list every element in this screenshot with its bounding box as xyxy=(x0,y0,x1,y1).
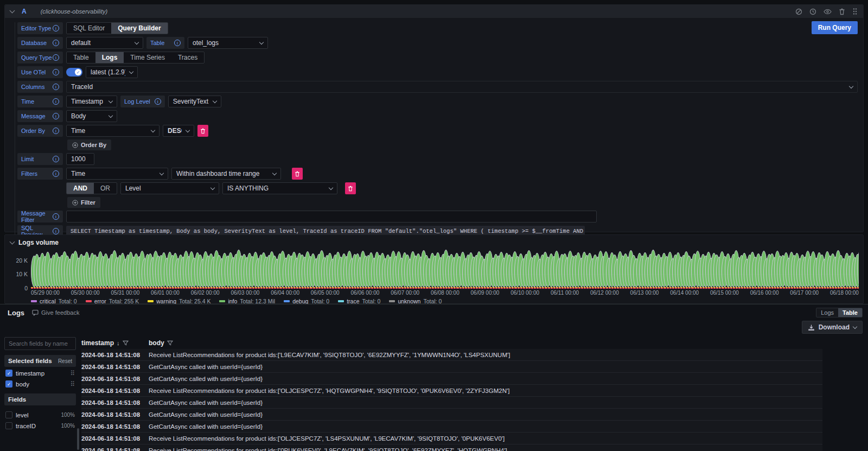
query-type-timeseries-option[interactable]: Time Series xyxy=(124,52,171,63)
info-icon[interactable]: i xyxy=(53,128,59,134)
run-query-button[interactable]: Run Query xyxy=(812,21,858,34)
bar xyxy=(802,250,804,289)
body-column-header[interactable]: body xyxy=(149,339,164,347)
checkbox-unchecked-icon[interactable] xyxy=(5,411,12,418)
drag-dots-icon[interactable]: ⠿ xyxy=(70,370,75,377)
search-fields-input[interactable] xyxy=(4,337,76,350)
hide-response-eye-icon[interactable] xyxy=(824,8,832,15)
query-history-icon[interactable] xyxy=(809,8,816,15)
collapse-chevron-icon[interactable] xyxy=(10,239,15,245)
sort-desc-icon[interactable]: ↓ xyxy=(117,340,120,346)
field-level[interactable]: level 100% xyxy=(4,410,76,420)
table-row[interactable]: 2024-06-18 14:51:08Receive ListRecommend… xyxy=(81,349,822,361)
selected-field-timestamp[interactable]: ✓ timestamp ⠿ xyxy=(4,369,76,378)
filter2-operator-select[interactable]: IS ANYTHING xyxy=(222,182,337,194)
remove-filter2-button[interactable] xyxy=(345,182,356,194)
query-type-logs-option[interactable]: Logs xyxy=(95,52,124,63)
message-column-select[interactable]: Body xyxy=(66,110,117,122)
table-select[interactable]: otel_logs xyxy=(188,37,268,49)
view-logs-option[interactable]: Logs xyxy=(816,308,838,317)
columns-multiselect[interactable]: TraceId xyxy=(66,81,858,93)
x-axis-label: 06/14 00:00 xyxy=(670,290,699,296)
info-icon[interactable]: i xyxy=(53,25,59,31)
or-option[interactable]: OR xyxy=(94,183,117,194)
drag-handle-icon[interactable] xyxy=(852,8,858,15)
give-feedback-link[interactable]: Give feedback xyxy=(32,309,79,316)
bar xyxy=(788,250,790,289)
timestamp-column-header[interactable]: timestamp xyxy=(81,339,114,347)
log-level-select[interactable]: SeverityText xyxy=(168,96,221,107)
selected-field-body[interactable]: ✓ body ⠿ xyxy=(4,379,76,389)
info-icon[interactable]: i xyxy=(53,156,59,162)
selected-fields-header: Selected fields Reset xyxy=(4,355,76,367)
info-icon[interactable]: i xyxy=(53,228,59,234)
table-row[interactable]: 2024-06-18 14:51:08GetCartAsync called w… xyxy=(81,421,822,433)
table-row[interactable]: 2024-06-18 14:51:08Receive ListRecommend… xyxy=(81,444,822,451)
filter-icon[interactable] xyxy=(123,340,129,346)
checkbox-checked-icon[interactable]: ✓ xyxy=(5,380,12,388)
info-icon[interactable]: i xyxy=(155,98,161,105)
field-traceid[interactable]: traceID 100% xyxy=(4,421,76,430)
info-icon[interactable]: i xyxy=(53,54,59,61)
query-type-table-option[interactable]: Table xyxy=(67,52,95,63)
and-option[interactable]: AND xyxy=(67,183,94,194)
query-type-traces-option[interactable]: Traces xyxy=(171,52,204,63)
info-icon[interactable]: i xyxy=(53,98,59,105)
table-row[interactable]: 2024-06-18 14:51:08Receive ListRecommend… xyxy=(81,433,822,444)
info-icon[interactable]: i xyxy=(53,213,59,220)
bar xyxy=(368,250,370,289)
info-icon[interactable]: i xyxy=(53,69,59,75)
bar xyxy=(395,250,398,289)
database-select[interactable]: default xyxy=(66,37,143,49)
bar xyxy=(495,250,497,289)
add-filter-button[interactable]: Filter xyxy=(67,197,100,208)
bar xyxy=(686,250,688,289)
info-icon[interactable]: i xyxy=(53,170,59,177)
add-order-by-button[interactable]: Order By xyxy=(67,139,111,150)
sql-editor-option[interactable]: SQL Editor xyxy=(67,23,111,34)
table-row[interactable]: 2024-06-18 14:51:08GetCartAsync called w… xyxy=(81,397,822,409)
time-column-select[interactable]: Timestamp xyxy=(66,96,117,107)
bar xyxy=(352,250,354,289)
view-table-option[interactable]: Table xyxy=(838,308,862,317)
bar xyxy=(708,250,710,289)
remove-order-by-button[interactable] xyxy=(197,125,208,137)
info-icon[interactable]: i xyxy=(53,40,59,46)
download-button[interactable]: Download xyxy=(802,321,863,334)
bar xyxy=(556,250,558,289)
info-icon[interactable]: i xyxy=(53,113,59,119)
table-row[interactable]: 2024-06-18 14:51:08GetCartAsync called w… xyxy=(81,361,822,373)
bar xyxy=(208,250,210,289)
query-builder-option[interactable]: Query Builder xyxy=(111,23,167,34)
database-label: Database i xyxy=(17,37,63,49)
info-icon[interactable]: i xyxy=(53,84,59,90)
bar xyxy=(473,250,475,289)
info-icon[interactable]: i xyxy=(174,40,181,46)
chevron-down-icon xyxy=(159,170,164,175)
otel-version-select[interactable]: latest (1.2.9) xyxy=(86,66,138,78)
checkbox-unchecked-icon[interactable] xyxy=(5,422,12,429)
filter-icon[interactable] xyxy=(167,340,173,346)
drag-dots-icon[interactable]: ⠿ xyxy=(70,380,75,388)
gridline xyxy=(31,261,859,261)
order-by-field-select[interactable]: Time xyxy=(66,125,159,137)
filter1-operator-select[interactable]: Within dashboard time range xyxy=(171,168,281,180)
checkbox-checked-icon[interactable]: ✓ xyxy=(5,370,12,377)
limit-input[interactable] xyxy=(66,153,94,165)
use-otel-toggle[interactable]: ✓ xyxy=(66,68,82,77)
remove-filter1-button[interactable] xyxy=(292,168,303,180)
filter2-field-select[interactable]: Level xyxy=(120,182,219,194)
table-row[interactable]: 2024-06-18 14:51:08GetCartAsync called w… xyxy=(81,409,822,421)
filter1-field-select[interactable]: Time xyxy=(66,168,168,180)
bar xyxy=(777,250,779,289)
message-filter-input[interactable] xyxy=(66,211,597,223)
order-direction-select[interactable]: DESC xyxy=(163,125,194,137)
bar xyxy=(462,250,464,289)
table-row[interactable]: 2024-06-18 14:51:08GetCartAsync called w… xyxy=(81,373,822,385)
table-row[interactable]: 2024-06-18 14:51:08Receive ListRecommend… xyxy=(81,385,822,397)
disable-query-icon[interactable] xyxy=(795,8,802,15)
collapse-chevron-icon[interactable] xyxy=(10,8,15,14)
remove-query-trash-icon[interactable] xyxy=(839,8,845,15)
sidebar-scrollbar[interactable] xyxy=(77,428,79,450)
reset-fields-link[interactable]: Reset xyxy=(58,358,72,364)
